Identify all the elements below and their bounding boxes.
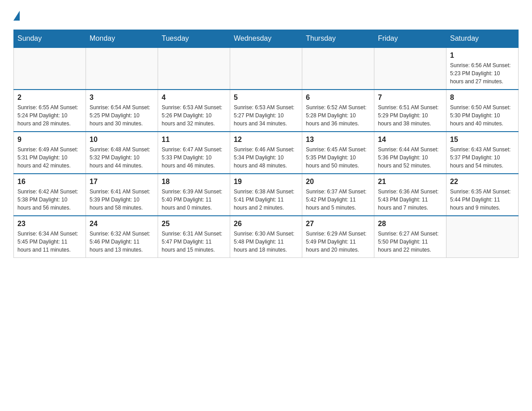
day-number: 25 [162,220,226,228]
day-info: Sunrise: 6:47 AM Sunset: 5:33 PM Dayligh… [162,146,226,170]
day-number: 18 [162,178,226,186]
calendar-cell: 9Sunrise: 6:49 AM Sunset: 5:31 PM Daylig… [14,132,86,174]
calendar-cell: 6Sunrise: 6:52 AM Sunset: 5:28 PM Daylig… [302,90,374,132]
day-number: 11 [162,136,226,144]
calendar-cell: 18Sunrise: 6:39 AM Sunset: 5:40 PM Dayli… [158,174,230,216]
day-info: Sunrise: 6:45 AM Sunset: 5:35 PM Dayligh… [306,146,370,170]
day-info: Sunrise: 6:34 AM Sunset: 5:45 PM Dayligh… [17,230,82,254]
day-info: Sunrise: 6:32 AM Sunset: 5:46 PM Dayligh… [90,230,154,254]
calendar-cell: 26Sunrise: 6:30 AM Sunset: 5:48 PM Dayli… [230,216,302,258]
day-number: 23 [17,220,82,228]
calendar-week-row: 9Sunrise: 6:49 AM Sunset: 5:31 PM Daylig… [14,132,519,174]
day-info: Sunrise: 6:48 AM Sunset: 5:32 PM Dayligh… [90,146,154,170]
calendar-header-row: SundayMondayTuesdayWednesdayThursdayFrid… [14,30,519,48]
day-number: 26 [234,220,298,228]
day-number: 22 [450,178,515,186]
calendar-cell: 17Sunrise: 6:41 AM Sunset: 5:39 PM Dayli… [86,174,158,216]
day-info: Sunrise: 6:31 AM Sunset: 5:47 PM Dayligh… [162,230,226,254]
calendar-cell: 10Sunrise: 6:48 AM Sunset: 5:32 PM Dayli… [86,132,158,174]
calendar-cell: 23Sunrise: 6:34 AM Sunset: 5:45 PM Dayli… [14,216,86,258]
day-number: 17 [90,178,154,186]
calendar-cell [374,47,446,90]
day-info: Sunrise: 6:38 AM Sunset: 5:41 PM Dayligh… [234,188,298,212]
calendar-cell: 24Sunrise: 6:32 AM Sunset: 5:46 PM Dayli… [86,216,158,258]
calendar-cell: 13Sunrise: 6:45 AM Sunset: 5:35 PM Dayli… [302,132,374,174]
day-info: Sunrise: 6:53 AM Sunset: 5:27 PM Dayligh… [234,103,298,128]
calendar-week-row: 23Sunrise: 6:34 AM Sunset: 5:45 PM Dayli… [14,216,519,258]
day-info: Sunrise: 6:43 AM Sunset: 5:37 PM Dayligh… [450,146,515,170]
calendar-cell [230,47,302,90]
calendar-week-row: 16Sunrise: 6:42 AM Sunset: 5:38 PM Dayli… [14,174,519,216]
day-number: 10 [90,136,154,144]
day-header-saturday: Saturday [446,30,519,48]
day-number: 2 [17,94,82,102]
calendar-week-row: 1Sunrise: 6:56 AM Sunset: 5:23 PM Daylig… [14,47,519,90]
day-number: 13 [306,136,370,144]
day-number: 16 [17,178,82,186]
calendar-cell: 3Sunrise: 6:54 AM Sunset: 5:25 PM Daylig… [86,90,158,132]
calendar-cell: 4Sunrise: 6:53 AM Sunset: 5:26 PM Daylig… [158,90,230,132]
day-number: 3 [90,94,154,102]
calendar-cell: 25Sunrise: 6:31 AM Sunset: 5:47 PM Dayli… [158,216,230,258]
day-number: 20 [306,178,370,186]
calendar-cell: 22Sunrise: 6:35 AM Sunset: 5:44 PM Dayli… [446,174,519,216]
day-number: 19 [234,178,298,186]
day-number: 28 [378,220,442,228]
day-info: Sunrise: 6:44 AM Sunset: 5:36 PM Dayligh… [378,146,442,170]
day-info: Sunrise: 6:46 AM Sunset: 5:34 PM Dayligh… [234,146,298,170]
calendar-cell [86,47,158,90]
day-info: Sunrise: 6:51 AM Sunset: 5:29 PM Dayligh… [378,103,442,128]
day-number: 24 [90,220,154,228]
calendar-cell: 12Sunrise: 6:46 AM Sunset: 5:34 PM Dayli… [230,132,302,174]
logo [13,9,20,21]
day-number: 1 [450,51,515,60]
calendar-cell: 27Sunrise: 6:29 AM Sunset: 5:49 PM Dayli… [302,216,374,258]
day-number: 6 [306,94,370,102]
day-info: Sunrise: 6:39 AM Sunset: 5:40 PM Dayligh… [162,188,226,212]
calendar-cell: 14Sunrise: 6:44 AM Sunset: 5:36 PM Dayli… [374,132,446,174]
calendar-table: SundayMondayTuesdayWednesdayThursdayFrid… [13,30,519,258]
calendar-cell: 21Sunrise: 6:36 AM Sunset: 5:43 PM Dayli… [374,174,446,216]
day-info: Sunrise: 6:56 AM Sunset: 5:23 PM Dayligh… [450,61,515,86]
day-info: Sunrise: 6:37 AM Sunset: 5:42 PM Dayligh… [306,188,370,212]
day-number: 14 [378,136,442,144]
calendar-cell [158,47,230,90]
day-info: Sunrise: 6:27 AM Sunset: 5:50 PM Dayligh… [378,230,442,254]
calendar-cell [446,216,519,258]
day-info: Sunrise: 6:52 AM Sunset: 5:28 PM Dayligh… [306,103,370,128]
day-info: Sunrise: 6:42 AM Sunset: 5:38 PM Dayligh… [17,188,82,212]
calendar-cell: 28Sunrise: 6:27 AM Sunset: 5:50 PM Dayli… [374,216,446,258]
day-number: 15 [450,136,515,144]
day-header-thursday: Thursday [302,30,374,48]
day-info: Sunrise: 6:35 AM Sunset: 5:44 PM Dayligh… [450,188,515,212]
day-info: Sunrise: 6:30 AM Sunset: 5:48 PM Dayligh… [234,230,298,254]
calendar-cell: 5Sunrise: 6:53 AM Sunset: 5:27 PM Daylig… [230,90,302,132]
day-number: 9 [17,136,82,144]
day-header-sunday: Sunday [14,30,86,48]
day-info: Sunrise: 6:36 AM Sunset: 5:43 PM Dayligh… [378,188,442,212]
day-info: Sunrise: 6:41 AM Sunset: 5:39 PM Dayligh… [90,188,154,212]
calendar-cell: 7Sunrise: 6:51 AM Sunset: 5:29 PM Daylig… [374,90,446,132]
day-number: 7 [378,94,442,102]
calendar-cell [302,47,374,90]
day-info: Sunrise: 6:49 AM Sunset: 5:31 PM Dayligh… [17,146,82,170]
calendar-cell: 11Sunrise: 6:47 AM Sunset: 5:33 PM Dayli… [158,132,230,174]
day-header-wednesday: Wednesday [230,30,302,48]
calendar-cell [14,47,86,90]
day-number: 5 [234,94,298,102]
calendar-week-row: 2Sunrise: 6:55 AM Sunset: 5:24 PM Daylig… [14,90,519,132]
day-info: Sunrise: 6:53 AM Sunset: 5:26 PM Dayligh… [162,103,226,128]
day-number: 4 [162,94,226,102]
calendar-cell: 8Sunrise: 6:50 AM Sunset: 5:30 PM Daylig… [446,90,519,132]
calendar-cell: 20Sunrise: 6:37 AM Sunset: 5:42 PM Dayli… [302,174,374,216]
day-header-tuesday: Tuesday [158,30,230,48]
day-number: 12 [234,136,298,144]
day-number: 27 [306,220,370,228]
calendar-cell: 2Sunrise: 6:55 AM Sunset: 5:24 PM Daylig… [14,90,86,132]
day-info: Sunrise: 6:29 AM Sunset: 5:49 PM Dayligh… [306,230,370,254]
day-info: Sunrise: 6:54 AM Sunset: 5:25 PM Dayligh… [90,103,154,128]
calendar-cell: 1Sunrise: 6:56 AM Sunset: 5:23 PM Daylig… [446,47,519,90]
day-info: Sunrise: 6:55 AM Sunset: 5:24 PM Dayligh… [17,103,82,128]
calendar-cell: 15Sunrise: 6:43 AM Sunset: 5:37 PM Dayli… [446,132,519,174]
day-header-friday: Friday [374,30,446,48]
